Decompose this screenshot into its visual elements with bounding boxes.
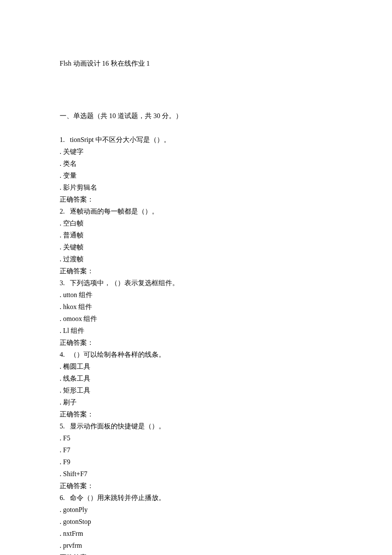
option-line: . 空白帧 (60, 217, 332, 229)
option-line: . 关键帧 (60, 241, 332, 253)
question-text: 1. tionSript 中不区分大小写是（）。 (60, 134, 332, 146)
question-text: 3. 下列选项中，（）表示复选框组件。 (60, 277, 332, 289)
option-line: . 普通帧 (60, 229, 332, 241)
option-line: . hkox 组件 (60, 301, 332, 313)
option-line: . omoox 组件 (60, 313, 332, 325)
option-line: . 关键字 (60, 146, 332, 158)
option-line: . nxtFrm (60, 528, 332, 540)
section-header: 一、单选题（共 10 道试题，共 30 分。） (60, 110, 332, 122)
option-line: . 类名 (60, 158, 332, 170)
answer-label: 正确答案： (60, 337, 332, 349)
option-line: . prvfrm (60, 540, 332, 552)
question-block: 2. 逐帧动画的每一帧都是（）。. 空白帧. 普通帧. 关键帧. 过渡帧正确答案… (60, 205, 332, 277)
option-line: . 线条工具 (60, 373, 332, 384)
option-line: . 刷子 (60, 396, 332, 408)
option-line: . gotonStop (60, 516, 332, 528)
answer-label: 正确答案： (60, 552, 332, 555)
option-line: . 矩形工具 (60, 384, 332, 396)
option-line: . F9 (60, 456, 332, 468)
option-line: . Shift+F7 (60, 468, 332, 480)
question-text: 5. 显示动作面板的快捷键是（）。 (60, 420, 332, 432)
answer-label: 正确答案： (60, 194, 332, 205)
question-block: 6. 命令（）用来跳转并停止播放。. gotonPly. gotonStop. … (60, 492, 332, 555)
answer-label: 正确答案： (60, 480, 332, 492)
question-text: 2. 逐帧动画的每一帧都是（）。 (60, 205, 332, 217)
question-text: 6. 命令（）用来跳转并停止播放。 (60, 492, 332, 504)
answer-label: 正确答案： (60, 265, 332, 277)
question-block: 4. （）可以绘制各种各样的线条。. 椭圆工具. 线条工具. 矩形工具. 刷子正… (60, 349, 332, 420)
question-text: 4. （）可以绘制各种各样的线条。 (60, 349, 332, 361)
document-page: Flsh 动画设计 16 秋在线作业 1 一、单选题（共 10 道试题，共 30… (0, 0, 392, 555)
page-title: Flsh 动画设计 16 秋在线作业 1 (60, 58, 332, 69)
option-line: . Ll 组件 (60, 325, 332, 337)
answer-label: 正确答案： (60, 408, 332, 420)
question-block: 5. 显示动作面板的快捷键是（）。. F5. F7. F9. Shift+F7正… (60, 420, 332, 492)
option-line: . 椭圆工具 (60, 361, 332, 373)
option-line: . utton 组件 (60, 289, 332, 301)
option-line: . F7 (60, 444, 332, 456)
questions-container: 1. tionSript 中不区分大小写是（）。. 关键字. 类名. 变量. 影… (60, 134, 332, 555)
question-block: 1. tionSript 中不区分大小写是（）。. 关键字. 类名. 变量. 影… (60, 134, 332, 205)
option-line: . 过渡帧 (60, 253, 332, 265)
option-line: . gotonPly (60, 504, 332, 516)
option-line: . F5 (60, 432, 332, 444)
question-block: 3. 下列选项中，（）表示复选框组件。. utton 组件. hkox 组件. … (60, 277, 332, 349)
option-line: . 变量 (60, 170, 332, 182)
option-line: . 影片剪辑名 (60, 182, 332, 194)
